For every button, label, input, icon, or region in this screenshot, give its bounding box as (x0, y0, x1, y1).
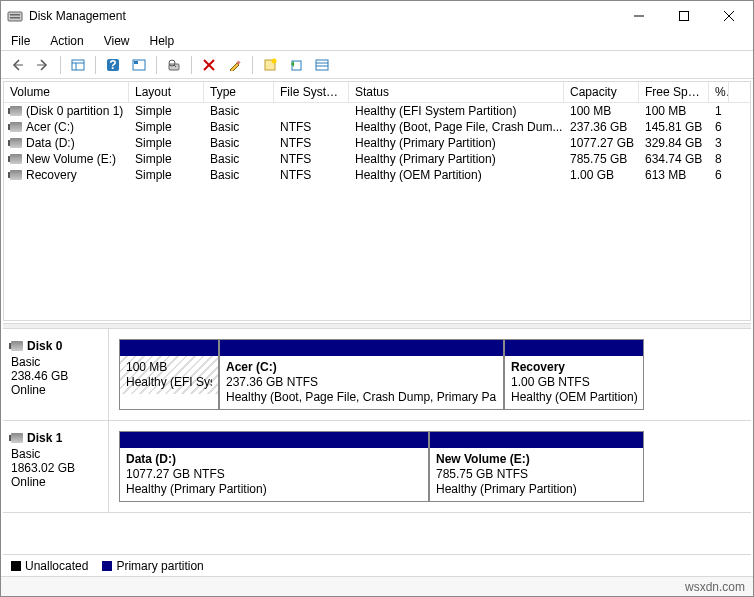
disk-type: Basic (11, 447, 100, 461)
partition-title: Acer (C:) (226, 360, 277, 374)
disk-info[interactable]: Disk 1Basic1863.02 GBOnline (3, 421, 109, 512)
volume-status: Healthy (OEM Partition) (349, 167, 564, 183)
volume-name: Acer (C:) (26, 120, 74, 134)
volume-fs (274, 103, 349, 119)
volume-type: Basic (204, 151, 274, 167)
volume-free: 634.74 GB (639, 151, 709, 167)
toolbar-separator (60, 56, 61, 74)
delete-button[interactable] (197, 54, 221, 76)
svg-rect-4 (679, 12, 688, 21)
volume-icon (10, 154, 22, 164)
volume-capacity: 1077.27 GB (564, 135, 639, 151)
volume-free: 100 MB (639, 103, 709, 119)
volume-capacity: 785.75 GB (564, 151, 639, 167)
volume-fs: NTFS (274, 151, 349, 167)
partition-status: Healthy (Primary Partition) (436, 482, 637, 497)
menu-help[interactable]: Help (140, 32, 185, 50)
view-button[interactable] (66, 54, 90, 76)
partition-size: 237.36 GB NTFS (226, 375, 497, 390)
column-header-capacity[interactable]: Capacity (564, 82, 639, 102)
help-button[interactable]: ? (101, 54, 125, 76)
disk-info[interactable]: Disk 0Basic238.46 GBOnline (3, 329, 109, 420)
disk-name: Disk 0 (27, 339, 62, 353)
disk-partitions: 100 MBHealthy (EFI System Partition)Acer… (109, 329, 751, 420)
column-header-volume[interactable]: Volume (4, 82, 129, 102)
partition[interactable]: Data (D:)1077.27 GB NTFSHealthy (Primary… (119, 431, 429, 502)
volume-row[interactable]: Data (D:)SimpleBasicNTFSHealthy (Primary… (4, 135, 750, 151)
volume-row[interactable]: New Volume (E:)SimpleBasicNTFSHealthy (P… (4, 151, 750, 167)
app-icon (7, 8, 23, 24)
partition-bar (120, 340, 218, 356)
partition-title: Recovery (511, 360, 565, 374)
disk-size: 1863.02 GB (11, 461, 100, 475)
footer-text: wsxdn.com (685, 580, 745, 594)
menu-action[interactable]: Action (40, 32, 93, 50)
column-header-percent[interactable]: % (709, 82, 729, 102)
column-header-status[interactable]: Status (349, 82, 564, 102)
menu-file[interactable]: File (5, 32, 40, 50)
svg-rect-2 (10, 17, 20, 19)
toolbar-separator (95, 56, 96, 74)
svg-rect-7 (72, 60, 84, 70)
partition-status: Healthy (Boot, Page File, Crash Dump, Pr… (226, 390, 497, 405)
column-header-freespace[interactable]: Free Spa... (639, 82, 709, 102)
partition[interactable]: Recovery1.00 GB NTFSHealthy (OEM Partiti… (504, 339, 644, 410)
disk-row: Disk 0Basic238.46 GBOnline100 MBHealthy … (3, 329, 751, 421)
volume-rows: (Disk 0 partition 1)SimpleBasicHealthy (… (4, 103, 750, 183)
svg-rect-1 (10, 14, 20, 16)
refresh-button[interactable] (127, 54, 151, 76)
attach-vhd-button[interactable] (284, 54, 308, 76)
disk-size: 238.46 GB (11, 369, 100, 383)
partition-size: 100 MB (126, 360, 212, 375)
disk-icon (11, 341, 23, 351)
properties-button[interactable] (223, 54, 247, 76)
volume-status: Healthy (EFI System Partition) (349, 103, 564, 119)
volume-type: Basic (204, 167, 274, 183)
volume-icon (10, 122, 22, 132)
volume-status: Healthy (Primary Partition) (349, 151, 564, 167)
volume-name: Recovery (26, 168, 77, 182)
partition-size: 1.00 GB NTFS (511, 375, 637, 390)
back-button[interactable] (5, 54, 29, 76)
minimize-button[interactable] (616, 2, 661, 31)
partition-status: Healthy (OEM Partition) (511, 390, 637, 405)
partition[interactable]: New Volume (E:)785.75 GB NTFSHealthy (Pr… (429, 431, 644, 502)
swatch-navy (102, 561, 112, 571)
volume-capacity: 100 MB (564, 103, 639, 119)
disk-row: Disk 1Basic1863.02 GBOnlineData (D:)1077… (3, 421, 751, 513)
volume-status: Healthy (Boot, Page File, Crash Dum... (349, 119, 564, 135)
partition[interactable]: Acer (C:)237.36 GB NTFSHealthy (Boot, Pa… (219, 339, 504, 410)
volume-status: Healthy (Primary Partition) (349, 135, 564, 151)
rescan-button[interactable] (162, 54, 186, 76)
list-view-button[interactable] (310, 54, 334, 76)
volume-capacity: 237.36 GB (564, 119, 639, 135)
column-header-layout[interactable]: Layout (129, 82, 204, 102)
maximize-button[interactable] (661, 2, 706, 31)
volume-layout: Simple (129, 167, 204, 183)
disk-map: Disk 0Basic238.46 GBOnline100 MBHealthy … (3, 329, 751, 554)
volume-list-header: Volume Layout Type File System Status Ca… (4, 82, 750, 103)
partition-bar (120, 432, 428, 448)
toolbar-separator (191, 56, 192, 74)
toolbar: ? (1, 51, 753, 79)
forward-button[interactable] (31, 54, 55, 76)
toolbar-separator (252, 56, 253, 74)
volume-row[interactable]: (Disk 0 partition 1)SimpleBasicHealthy (… (4, 103, 750, 119)
partition[interactable]: 100 MBHealthy (EFI System Partition) (119, 339, 219, 410)
column-header-filesystem[interactable]: File System (274, 82, 349, 102)
volume-free: 329.84 GB (639, 135, 709, 151)
swatch-black (11, 561, 21, 571)
volume-pct: 6 (709, 167, 729, 183)
volume-list[interactable]: Volume Layout Type File System Status Ca… (3, 81, 751, 321)
svg-point-21 (272, 58, 277, 63)
new-volume-button[interactable] (258, 54, 282, 76)
toolbar-separator (156, 56, 157, 74)
column-header-type[interactable]: Type (204, 82, 274, 102)
partition-bar (430, 432, 643, 448)
volume-row[interactable]: Acer (C:)SimpleBasicNTFSHealthy (Boot, P… (4, 119, 750, 135)
volume-layout: Simple (129, 103, 204, 119)
volume-pct: 3 (709, 135, 729, 151)
menu-view[interactable]: View (94, 32, 140, 50)
close-button[interactable] (706, 2, 751, 31)
volume-row[interactable]: RecoverySimpleBasicNTFSHealthy (OEM Part… (4, 167, 750, 183)
